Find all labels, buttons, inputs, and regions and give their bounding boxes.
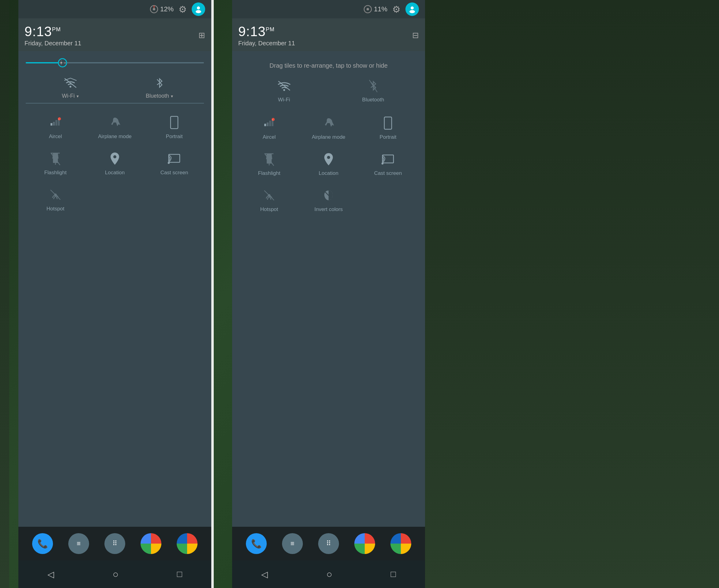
right-recents-btn[interactable]: □: [391, 569, 396, 579]
right-qs-panel: Drag tiles to re-arrange, tap to show or…: [232, 51, 425, 527]
right-tile-bluetooth[interactable]: Bluetooth: [329, 72, 418, 108]
right-save-icon[interactable]: ⊟: [412, 30, 419, 40]
dock-dialer[interactable]: ⠿: [104, 533, 125, 554]
svg-text:!: !: [272, 119, 273, 121]
right-dock-photos[interactable]: [390, 533, 411, 554]
right-dock-keep[interactable]: ≡: [282, 533, 303, 554]
left-tile-hotspot[interactable]: Hotspot: [26, 181, 85, 217]
right-location-icon: [321, 151, 337, 167]
left-tile-airplane[interactable]: Airplane mode: [85, 108, 145, 145]
left-wifi-label-row: Wi-Fi ▾: [62, 93, 79, 99]
left-cast-label: Cast screen: [161, 170, 188, 176]
flashlight-icon: [47, 151, 63, 167]
svg-rect-13: [171, 117, 178, 129]
right-bt-icon: [365, 78, 381, 94]
right-dock-dialer[interactable]: ⠿: [318, 533, 339, 554]
right-tile-grid-row1: ! Aircel Airplane mode: [239, 109, 418, 145]
left-grid-icon[interactable]: ⊞: [198, 30, 205, 40]
right-tile-cast[interactable]: Cast screen: [358, 145, 418, 181]
left-panel: 12% ⚙ 9:13PM Friday, December 11 ⊞: [18, 0, 211, 588]
right-status-bar: 11% ⚙: [232, 0, 425, 18]
left-bt-toggle[interactable]: Bluetooth ▾: [115, 71, 204, 104]
svg-point-18: [113, 155, 117, 158]
svg-point-1: [153, 8, 155, 10]
right-tile-airplane[interactable]: Airplane mode: [299, 109, 358, 145]
left-recents-btn[interactable]: □: [177, 569, 182, 579]
left-brightness-slider[interactable]: [26, 62, 204, 63]
left-datetime-bar: 9:13PM Friday, December 11 ⊞: [18, 18, 211, 51]
right-portrait-label: Portrait: [380, 134, 397, 140]
right-tile-hotspot[interactable]: Hotspot: [239, 181, 299, 217]
right-tile-wifi[interactable]: Wi-Fi: [239, 72, 329, 108]
svg-point-26: [409, 10, 415, 13]
left-time: 9:13PM: [24, 24, 81, 39]
right-aircel-label: Aircel: [263, 134, 276, 140]
right-dock-chrome[interactable]: [354, 533, 375, 554]
brightness-thumb[interactable]: [58, 58, 67, 67]
right-signal-icon: !: [261, 115, 277, 131]
hotspot-icon: [47, 187, 63, 203]
left-back-btn[interactable]: ◁: [47, 569, 54, 580]
right-tile-flashlight[interactable]: Flashlight: [239, 145, 299, 181]
left-status-bar: 12% ⚙: [18, 0, 211, 18]
right-datetime-bar: 9:13PM Friday, December 11 ⊟: [232, 18, 425, 51]
left-wifi-toggle[interactable]: Wi-Fi ▾: [26, 71, 115, 104]
svg-line-41: [264, 190, 274, 200]
right-settings-icon[interactable]: ⚙: [392, 4, 401, 15]
svg-point-10: [69, 86, 71, 88]
left-brightness-row: [26, 57, 204, 71]
right-flashlight-icon: [261, 151, 277, 167]
svg-rect-32: [384, 117, 392, 129]
dock-photos[interactable]: [177, 533, 197, 554]
left-tile-location[interactable]: Location: [85, 145, 145, 181]
right-time: 9:13PM: [238, 24, 295, 39]
right-tile-portrait[interactable]: Portrait: [358, 109, 418, 145]
left-avatar[interactable]: [192, 2, 205, 16]
right-airplane-icon: [321, 115, 337, 131]
left-tile-aircel[interactable]: ! Aircel: [26, 108, 85, 145]
svg-rect-38: [382, 155, 394, 163]
svg-point-27: [283, 89, 285, 91]
right-battery-ring-icon: [363, 5, 372, 14]
panel-divider: [211, 0, 214, 588]
right-airplane-label: Airplane mode: [312, 134, 345, 140]
dock-keep[interactable]: ≡: [68, 533, 89, 554]
right-tile-location[interactable]: Location: [299, 145, 358, 181]
right-home-btn[interactable]: ○: [326, 569, 332, 580]
right-battery-pct: 11%: [374, 5, 387, 13]
left-time-display: 9:13PM Friday, December 11: [24, 24, 81, 47]
right-bt-label: Bluetooth: [362, 97, 384, 103]
right-dock-phone[interactable]: 📞: [246, 533, 267, 554]
left-dock: 📞 ≡ ⠿: [18, 527, 211, 561]
right-bg: [425, 0, 719, 588]
right-cast-icon: [380, 151, 396, 167]
dock-chrome[interactable]: [141, 533, 161, 554]
right-portrait-icon: [380, 115, 396, 131]
right-cast-label: Cast screen: [374, 170, 402, 176]
right-tile-invert[interactable]: Invert colors: [299, 181, 358, 217]
right-avatar[interactable]: [405, 2, 419, 16]
left-tile-cast[interactable]: Cast screen: [145, 145, 204, 181]
svg-point-24: [366, 8, 369, 10]
right-flashlight-label: Flashlight: [258, 170, 280, 176]
left-tile-flashlight[interactable]: Flashlight: [26, 145, 85, 181]
svg-text:!: !: [59, 118, 59, 121]
right-dock: 📞 ≡ ⠿: [232, 527, 425, 561]
left-wifi-bt-row: Wi-Fi ▾ Bluetooth ▾: [26, 71, 204, 104]
right-date: Friday, December 11: [238, 40, 295, 47]
svg-rect-19: [169, 154, 180, 162]
right-nav-bar: ◁ ○ □: [232, 561, 425, 588]
left-tile-portrait[interactable]: Portrait: [145, 108, 204, 145]
left-home-btn[interactable]: ○: [113, 569, 119, 580]
left-wifi-label: Wi-Fi: [62, 93, 75, 99]
right-edit-hint: Drag tiles to re-arrange, tap to show or…: [239, 57, 418, 72]
right-battery: 11%: [363, 5, 387, 14]
dock-phone[interactable]: 📞: [32, 533, 53, 554]
left-nav-bar: ◁ ○ □: [18, 561, 211, 588]
left-airplane-label: Airplane mode: [98, 133, 132, 140]
right-wifi-label: Wi-Fi: [278, 97, 290, 103]
right-tile-aircel[interactable]: ! Aircel: [239, 109, 299, 145]
left-settings-icon[interactable]: ⚙: [178, 4, 187, 15]
right-wifi-bt-row: Wi-Fi Bluetooth: [239, 72, 418, 108]
right-back-btn[interactable]: ◁: [261, 569, 268, 580]
